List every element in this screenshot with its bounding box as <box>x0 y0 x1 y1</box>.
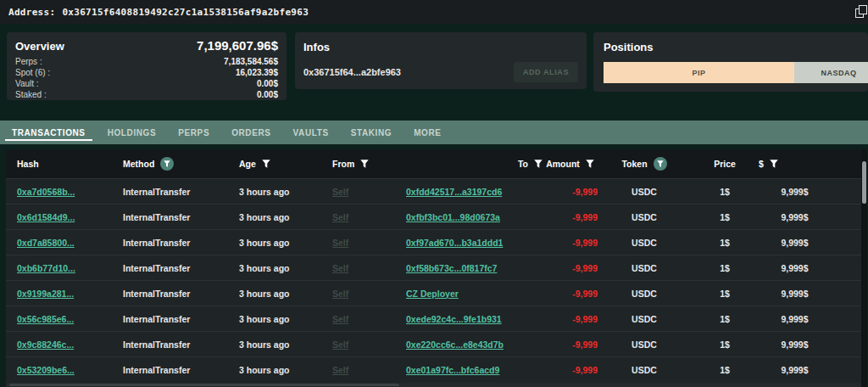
column-header[interactable]: To <box>406 159 542 169</box>
age-cell: 3 hours ago <box>239 314 290 324</box>
token-cell: USDC <box>632 289 657 299</box>
hash-link[interactable]: 0xb6b77d10... <box>17 263 75 273</box>
filter-icon[interactable] <box>654 157 667 171</box>
usd-cell: 9,999$ <box>781 314 808 324</box>
filter-icon[interactable] <box>534 160 542 169</box>
hash-link[interactable]: 0xd7a85800... <box>17 238 75 248</box>
age-cell: 3 hours ago <box>239 263 290 273</box>
column-header[interactable]: Age <box>239 159 332 169</box>
tab-bar: TRANSACTIONS HOLDINGS PERPS ORDERS VAULT… <box>0 121 868 144</box>
table-row: 0x6d1584d9... InternalTransfer 3 hours a… <box>6 204 861 229</box>
column-header[interactable]: Price <box>691 159 759 169</box>
hash-link[interactable]: 0x9199a281... <box>17 289 74 299</box>
to-link[interactable]: 0xf58b673c...0f817fc7 <box>406 263 497 273</box>
column-header[interactable]: Amount <box>542 159 598 169</box>
hash-link[interactable]: 0x9c88246c... <box>17 339 74 350</box>
tab-label: VAULTS <box>293 128 329 137</box>
from-link[interactable]: Self <box>332 365 348 375</box>
method-cell: InternalTransfer <box>123 289 190 299</box>
column-header[interactable]: From <box>332 159 406 169</box>
column-header[interactable]: $ <box>759 159 831 169</box>
hash-link[interactable]: 0x53209be6... <box>17 365 75 375</box>
column-header[interactable]: Hash <box>17 159 123 169</box>
vertical-scrollbar-thumb[interactable] <box>862 161 866 204</box>
token-cell: USDC <box>632 339 657 350</box>
price-cell: 1$ <box>720 365 730 375</box>
column-header[interactable]: Token <box>598 157 691 171</box>
token-cell: USDC <box>632 263 657 273</box>
address-label: Address: <box>8 7 55 18</box>
to-link[interactable]: 0xfbf3bc01...98d0673a <box>406 212 500 222</box>
method-cell: InternalTransfer <box>123 263 190 273</box>
price-cell: 1$ <box>720 212 730 222</box>
token-cell: USDC <box>632 314 657 324</box>
from-link[interactable]: Self <box>332 314 348 324</box>
overview-total-value: 7,199,607.96$ <box>197 38 278 53</box>
from-link[interactable]: Self <box>332 289 348 299</box>
filter-icon[interactable] <box>360 160 369 169</box>
table-row: 0x9199a281... InternalTransfer 3 hours a… <box>6 280 861 306</box>
vertical-scrollbar[interactable] <box>861 149 867 387</box>
tab-label: PERPS <box>178 128 209 137</box>
to-link[interactable]: 0xede92c4c...9fe1b931 <box>406 314 502 324</box>
table-row: 0xb6b77d10... InternalTransfer 3 hours a… <box>6 255 861 280</box>
position-button-label: PIP <box>693 69 706 77</box>
tab[interactable]: STAKING <box>351 121 392 144</box>
position-button[interactable]: PIP <box>604 62 794 83</box>
to-link[interactable]: 0xf97ad670...b3a1ddd1 <box>406 238 503 248</box>
overview-stat-row: Perps : 7,183,584.56$ <box>15 56 278 67</box>
price-cell: 1$ <box>720 263 730 273</box>
positions-buttons: PIP NASDAQ <box>604 62 868 83</box>
method-cell: InternalTransfer <box>123 365 190 375</box>
infos-card: Infos 0x36715f64...a2bfe963 ADD ALIAS <box>295 32 587 89</box>
tab[interactable]: PERPS <box>178 121 209 144</box>
price-cell: 1$ <box>720 289 730 299</box>
hash-link[interactable]: 0x6d1584d9... <box>17 212 75 222</box>
infos-title: Infos <box>303 41 330 53</box>
from-link[interactable]: Self <box>332 263 348 273</box>
from-link[interactable]: Self <box>332 238 348 248</box>
from-link[interactable]: Self <box>332 339 348 350</box>
hash-link[interactable]: 0xa7d0568b... <box>17 187 75 197</box>
filter-icon[interactable] <box>262 160 270 169</box>
usd-cell: 9,999$ <box>781 365 808 375</box>
filter-icon[interactable] <box>770 160 778 169</box>
tab[interactable]: MORE <box>414 121 441 144</box>
overview-title: Overview <box>15 40 64 53</box>
token-cell: USDC <box>632 365 657 375</box>
age-cell: 3 hours ago <box>239 238 290 248</box>
column-header-label: $ <box>759 159 764 169</box>
tab[interactable]: HOLDINGS <box>108 121 157 144</box>
age-cell: 3 hours ago <box>239 187 290 197</box>
column-header[interactable]: Method <box>123 157 239 171</box>
tab[interactable]: ORDERS <box>231 121 270 144</box>
token-cell: USDC <box>632 238 657 248</box>
to-link[interactable]: 0xe01a97fc...bfc6acd9 <box>406 365 499 375</box>
tab-label: ORDERS <box>231 128 270 137</box>
age-cell: 3 hours ago <box>239 289 290 299</box>
horizontal-scrollbar[interactable] <box>6 383 861 387</box>
table-row: 0x56c985e6... InternalTransfer 3 hours a… <box>6 306 861 331</box>
infos-address-short: 0x36715f64...a2bfe963 <box>303 67 401 77</box>
stat-label: Perps : <box>15 56 42 67</box>
price-cell: 1$ <box>720 339 730 350</box>
price-cell: 1$ <box>720 187 730 197</box>
to-link[interactable]: 0xfdd42517...a3197cd6 <box>406 187 502 197</box>
age-cell: 3 hours ago <box>239 365 290 375</box>
to-link[interactable]: CZ Deployer <box>406 289 459 299</box>
from-link[interactable]: Self <box>332 187 348 197</box>
amount-cell: -9,999 <box>572 263 598 273</box>
horizontal-scrollbar-thumb[interactable] <box>9 384 399 386</box>
position-button[interactable]: NASDAQ <box>794 62 868 83</box>
table-row: 0xd7a85800... InternalTransfer 3 hours a… <box>6 229 861 255</box>
filter-icon[interactable] <box>160 157 174 171</box>
table-body: 0xa7d0568b... InternalTransfer 3 hours a… <box>6 178 861 382</box>
add-alias-button[interactable]: ADD ALIAS <box>514 62 578 82</box>
copy-icon[interactable] <box>854 3 868 20</box>
tab[interactable]: VAULTS <box>293 121 329 144</box>
from-link[interactable]: Self <box>332 212 348 222</box>
tab[interactable]: TRANSACTIONS <box>12 121 86 144</box>
to-link[interactable]: 0xe220cc6c...e8e43d7b <box>406 339 504 350</box>
filter-icon[interactable] <box>586 160 594 169</box>
hash-link[interactable]: 0x56c985e6... <box>17 314 74 324</box>
